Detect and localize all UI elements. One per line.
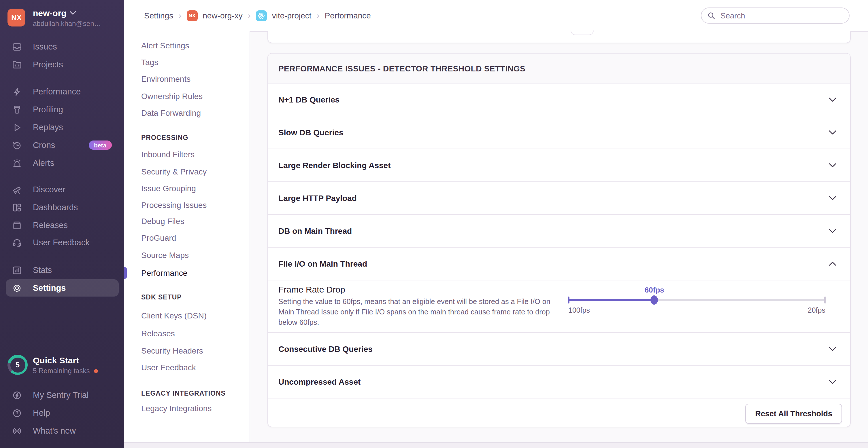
sidebar-item-label: Discover <box>33 185 65 194</box>
sidebar-item-settings[interactable]: Settings <box>6 279 119 297</box>
beta-badge: beta <box>89 140 112 150</box>
settings-nav-ownership-rules[interactable]: Ownership Rules <box>141 92 203 101</box>
breadcrumb-project[interactable]: vite-project <box>272 11 312 20</box>
broadcast-icon <box>11 425 22 436</box>
sidebar-item-releases[interactable]: Releases <box>0 216 124 234</box>
org-switcher[interactable]: new-org <box>33 8 76 18</box>
settings-secondary-nav: Alert Settings Tags Environments Ownersh… <box>124 31 250 443</box>
quickstart-subtitle-text: 5 Remaining tasks <box>33 367 90 375</box>
accordion-row-large-render-blocking-asset[interactable]: Large Render Blocking Asset <box>268 149 850 182</box>
row-label: File I/O on Main Thread <box>278 259 367 268</box>
sidebar-item-replays[interactable]: Replays <box>0 118 124 136</box>
settings-nav-client-keys[interactable]: Client Keys (DSN) <box>141 311 207 320</box>
reset-all-thresholds-button[interactable]: Reset All Thresholds <box>745 403 842 423</box>
settings-nav-source-maps[interactable]: Source Maps <box>141 250 189 260</box>
sidebar-item-dashboards[interactable]: Dashboards <box>0 199 124 216</box>
settings-nav-performance[interactable]: Performance <box>141 268 187 278</box>
slider-thumb[interactable] <box>651 296 658 305</box>
breadcrumb-page[interactable]: Performance <box>325 11 371 20</box>
bottom-scrollbar-track[interactable] <box>124 442 868 448</box>
settings-nav-proguard[interactable]: ProGuard <box>141 233 176 242</box>
settings-nav-processing-issues[interactable]: Processing Issues <box>141 200 207 210</box>
chevron-down-icon <box>829 163 836 168</box>
settings-nav-security-privacy[interactable]: Security & Privacy <box>141 167 207 176</box>
sidebar-item-label: What's new <box>33 426 76 435</box>
sidebar-item-stats[interactable]: Stats <box>0 262 124 279</box>
sidebar-item-label: Crons <box>33 140 55 150</box>
settings-nav-releases[interactable]: Releases <box>141 329 175 338</box>
settings-nav-header-sdk-setup: SDK SETUP <box>141 294 182 301</box>
quickstart-count: 5 <box>10 357 25 372</box>
sidebar-item-label: Help <box>33 408 50 417</box>
projects-icon <box>11 59 22 70</box>
settings-nav-tags[interactable]: Tags <box>141 58 158 67</box>
slider-value: 60fps <box>645 286 664 294</box>
chevron-down-icon <box>829 130 836 135</box>
settings-nav-legacy-integrations[interactable]: Legacy Integrations <box>141 404 212 413</box>
sidebar-item-user-feedback[interactable]: User Feedback <box>0 234 124 251</box>
settings-nav-debug-files[interactable]: Debug Files <box>141 216 184 226</box>
primary-sidebar: NX new-org abdullah.khan@sen… Issues Pro… <box>0 0 124 448</box>
row-label: DB on Main Thread <box>278 226 352 236</box>
breadcrumb-separator: › <box>178 10 181 20</box>
chevron-down-icon <box>70 11 76 15</box>
org-name: new-org <box>33 8 67 18</box>
bar-chart-icon <box>11 265 22 275</box>
accordion-row-n1-db-queries[interactable]: N+1 DB Queries <box>268 83 850 116</box>
sidebar-item-performance[interactable]: Performance <box>0 83 124 100</box>
settings-nav-security-headers[interactable]: Security Headers <box>141 346 203 355</box>
sidebar-item-issues[interactable]: Issues <box>0 38 124 55</box>
sidebar-item-label: Alerts <box>33 158 54 168</box>
frame-rate-drop-description: Setting the value to 60fps, means that a… <box>278 297 565 328</box>
settings-nav-user-feedback[interactable]: User Feedback <box>141 363 196 372</box>
sidebar-item-label: Replays <box>33 123 63 132</box>
row-label: Consecutive DB Queries <box>278 344 373 353</box>
chevron-down-icon <box>829 97 836 102</box>
accordion-row-uncompressed-asset[interactable]: Uncompressed Asset <box>268 366 850 399</box>
sidebar-item-profiling[interactable]: Profiling <box>0 101 124 118</box>
sidebar-item-my-sentry-trial[interactable]: My Sentry Trial <box>0 386 124 404</box>
row-label: Large Render Blocking Asset <box>278 161 391 170</box>
settings-nav-alert-settings[interactable]: Alert Settings <box>141 41 189 50</box>
accordion-row-db-on-main-thread[interactable]: DB on Main Thread <box>268 215 850 248</box>
quickstart-progress-ring[interactable]: 5 <box>7 355 28 375</box>
accordion-row-large-http-payload[interactable]: Large HTTP Payload <box>268 182 850 215</box>
search-input[interactable] <box>719 11 837 21</box>
accordion-row-slow-db-queries[interactable]: Slow DB Queries <box>268 116 850 149</box>
breadcrumb-org[interactable]: new-org-xy <box>203 11 243 20</box>
sidebar-item-projects[interactable]: Projects <box>0 56 124 73</box>
archive-box-icon <box>11 220 22 230</box>
search-box[interactable] <box>701 7 849 24</box>
detector-threshold-panel: PERFORMANCE ISSUES - DETECTOR THRESHOLD … <box>268 53 851 427</box>
previous-card-bottom <box>268 31 851 43</box>
slider-max-label: 20fps <box>808 306 825 314</box>
sidebar-item-discover[interactable]: Discover <box>0 181 124 198</box>
slider-right-cap <box>824 297 826 304</box>
sidebar-item-alerts[interactable]: Alerts <box>0 154 124 172</box>
quickstart-title[interactable]: Quick Start <box>33 355 79 365</box>
breadcrumb: Settings › NX new-org-xy › vite-project … <box>144 0 371 31</box>
search-icon <box>707 11 715 20</box>
sidebar-item-label: Projects <box>33 60 63 69</box>
settings-nav-environments[interactable]: Environments <box>141 74 190 83</box>
lightning-icon <box>11 87 22 97</box>
sidebar-item-crons[interactable]: Crons beta <box>0 136 124 154</box>
settings-nav-inbound-filters[interactable]: Inbound Filters <box>141 150 194 159</box>
chevron-down-icon <box>829 347 836 351</box>
accordion-row-file-io-on-main-thread[interactable]: File I/O on Main Thread <box>268 248 850 280</box>
settings-nav-data-forwarding[interactable]: Data Forwarding <box>141 108 201 117</box>
sidebar-item-label: Settings <box>33 283 66 292</box>
breadcrumb-settings[interactable]: Settings <box>144 11 173 20</box>
org-avatar[interactable]: NX <box>7 9 25 27</box>
sidebar-item-label: Performance <box>33 87 81 96</box>
breadcrumb-separator: › <box>248 10 251 20</box>
org-email: abdullah.khan@sen… <box>33 20 119 28</box>
frame-rate-slider[interactable]: 60fps 100fps 20fps <box>568 280 825 332</box>
settings-nav-issue-grouping[interactable]: Issue Grouping <box>141 184 196 193</box>
sidebar-item-whats-new[interactable]: What's new <box>0 422 124 439</box>
accordion-row-consecutive-db-queries[interactable]: Consecutive DB Queries <box>268 333 850 366</box>
clock-icon <box>11 140 22 150</box>
issues-icon <box>11 41 22 52</box>
telescope-icon <box>11 184 22 195</box>
sidebar-item-help[interactable]: Help <box>0 404 124 421</box>
